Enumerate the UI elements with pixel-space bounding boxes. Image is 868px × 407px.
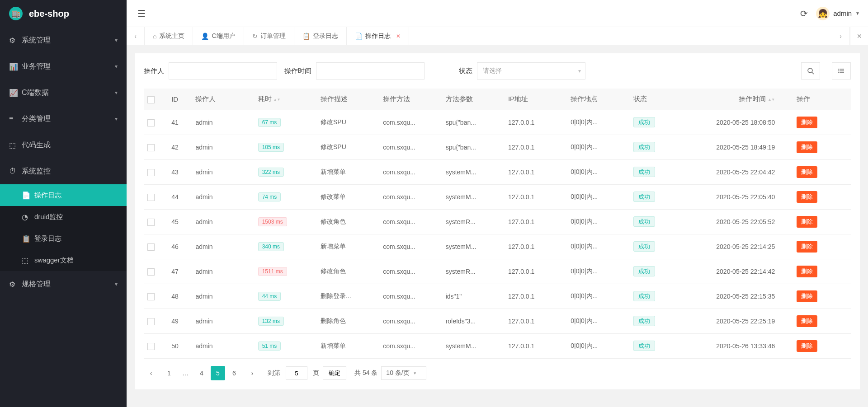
row-checkbox[interactable] — [147, 293, 155, 300]
tab-icon: 👤 — [201, 33, 209, 40]
delete-button[interactable]: 删除 — [797, 216, 817, 228]
tab-prev-icon[interactable]: ‹ — [127, 27, 145, 45]
logo[interactable]: 🏬 ebe-shop — [0, 0, 127, 27]
close-icon[interactable]: ✕ — [396, 33, 401, 39]
tab[interactable]: 👤 C端用户 — [193, 27, 244, 45]
menu-icon: 📊 — [9, 62, 22, 71]
table-row: 45 admin 1503 ms 修改角色 com.sxqu... system… — [144, 210, 851, 234]
goto-confirm-button[interactable]: 确定 — [323, 366, 346, 380]
menu-icon: 📈 — [9, 89, 22, 97]
cell-desc: 修改角色 — [317, 259, 379, 284]
cell-params: ids"1" — [442, 284, 505, 309]
cell-params: systemR... — [442, 210, 505, 234]
tab[interactable]: 📋 登录日志 — [294, 27, 347, 45]
delete-button[interactable]: 删除 — [797, 266, 817, 277]
row-checkbox[interactable] — [147, 243, 155, 251]
tabs: ⌂ 系统主页 👤 C端用户 ↻ 订单管理 📋 登录日志 📄 操作日志 ✕ — [145, 27, 832, 45]
row-checkbox[interactable] — [147, 169, 155, 176]
delete-button[interactable]: 删除 — [797, 191, 817, 203]
search-button[interactable] — [801, 62, 820, 80]
chevron-down-icon: ▾ — [115, 116, 118, 122]
time-input[interactable] — [316, 62, 425, 80]
status-badge: 成功 — [633, 341, 655, 351]
sidebar-item[interactable]: ⬚ swagger文档 — [0, 249, 127, 271]
sidebar-item[interactable]: ◔ druid监控 — [0, 206, 127, 228]
cost-badge: 74 ms — [258, 192, 281, 201]
status-select[interactable]: 请选择 ▾ — [477, 62, 585, 80]
th-time[interactable]: 操作时间▲▼ — [678, 89, 793, 110]
chevron-down-icon: ▾ — [115, 37, 118, 43]
delete-button[interactable]: 删除 — [797, 166, 817, 178]
status-badge: 成功 — [633, 216, 655, 227]
cost-badge: 322 ms — [258, 168, 284, 177]
page-number[interactable]: 5 — [211, 366, 225, 380]
table-row: 50 admin 51 ms 新增菜单 com.sxqu... systemM.… — [144, 334, 851, 359]
row-checkbox[interactable] — [147, 343, 155, 350]
pagination: ‹ 1…456 › 到第 页 确定 共 54 条 10 条/页 — [144, 359, 851, 380]
cell-ip: 127.0.0.1 — [505, 210, 567, 234]
user-menu[interactable]: 👧 admin ▼ — [816, 7, 860, 20]
sidebar-item[interactable]: 📊 业务管理 ▾ — [0, 53, 127, 80]
delete-button[interactable]: 删除 — [797, 290, 817, 302]
row-checkbox[interactable] — [147, 119, 155, 126]
sidebar-item[interactable]: 📈 C端数据 ▾ — [0, 80, 127, 106]
sidebar-item[interactable]: ⚙ 规格管理 ▾ — [0, 271, 127, 297]
page-prev-icon[interactable]: ‹ — [144, 366, 158, 380]
cell-desc: 删除登录... — [317, 284, 379, 309]
cell-ip: 127.0.0.1 — [505, 234, 567, 259]
goto-input[interactable] — [286, 366, 307, 380]
cost-badge: 105 ms — [258, 143, 284, 152]
row-checkbox[interactable] — [147, 144, 155, 151]
row-checkbox[interactable] — [147, 318, 155, 325]
sidebar-item[interactable]: 📄 操作日志 — [0, 184, 127, 206]
menu-toggle-icon[interactable]: ☰ — [135, 5, 148, 22]
menu-icon: ◔ — [22, 213, 34, 221]
delete-button[interactable]: 删除 — [797, 340, 817, 352]
cost-badge: 44 ms — [258, 292, 281, 301]
status-badge: 成功 — [633, 142, 655, 152]
tab[interactable]: ⌂ 系统主页 — [145, 27, 193, 45]
page-next-icon[interactable]: › — [245, 366, 259, 380]
tab-close-all-icon[interactable]: ✕ — [850, 27, 868, 45]
delete-button[interactable]: 删除 — [797, 117, 817, 128]
page-size-select[interactable]: 10 条/页 — [381, 366, 426, 380]
table-row: 46 admin 340 ms 新增菜单 com.sxqu... systemM… — [144, 234, 851, 259]
cell-ip: 127.0.0.1 — [505, 309, 567, 334]
tab-icon: 📄 — [355, 33, 363, 40]
sidebar-item[interactable]: ⬚ 代码生成 — [0, 132, 127, 158]
refresh-icon[interactable]: ⟳ — [800, 8, 808, 19]
th-cost[interactable]: 耗时▲▼ — [255, 89, 317, 110]
cell-desc: 新增菜单 — [317, 160, 379, 185]
page-number[interactable]: 4 — [194, 366, 209, 380]
table-row: 41 admin 67 ms 修改SPU com.sxqu... spu{"ba… — [144, 110, 851, 135]
sidebar-item[interactable]: ≡ 分类管理 ▾ — [0, 106, 127, 132]
page-number[interactable]: 6 — [227, 366, 241, 380]
delete-button[interactable]: 删除 — [797, 241, 817, 253]
menu-label: swagger文档 — [34, 256, 118, 265]
delete-button[interactable]: 删除 — [797, 315, 817, 327]
tab-next-icon[interactable]: › — [832, 27, 850, 45]
chevron-down-icon: ▼ — [855, 11, 860, 16]
delete-button[interactable]: 删除 — [797, 141, 817, 153]
page-number[interactable]: 1 — [162, 366, 176, 380]
select-all-checkbox[interactable] — [147, 96, 155, 103]
cell-desc: 新增菜单 — [317, 234, 379, 259]
cell-id: 50 — [168, 334, 192, 359]
sidebar-item[interactable]: ⚙ 系统管理 ▾ — [0, 27, 127, 53]
goto-label: 到第 — [268, 369, 280, 377]
cell-location: 0|0|0|内... — [567, 259, 629, 284]
row-checkbox[interactable] — [147, 219, 155, 226]
row-checkbox[interactable] — [147, 268, 155, 276]
operator-input[interactable] — [169, 62, 277, 80]
tab[interactable]: ↻ 订单管理 — [244, 27, 294, 45]
cell-id: 48 — [168, 284, 192, 309]
row-checkbox[interactable] — [147, 194, 155, 201]
sidebar-item[interactable]: 📋 登录日志 — [0, 228, 127, 249]
th-status: 状态 — [630, 89, 678, 110]
chevron-down-icon: ▾ — [578, 68, 581, 74]
sidebar-item[interactable]: ⏱ 系统监控 — [0, 158, 127, 184]
tab-label: 系统主页 — [159, 32, 184, 40]
tab[interactable]: 📄 操作日志 ✕ — [347, 27, 409, 45]
list-button[interactable] — [832, 62, 851, 80]
cell-desc: 修改SPU — [317, 110, 379, 135]
